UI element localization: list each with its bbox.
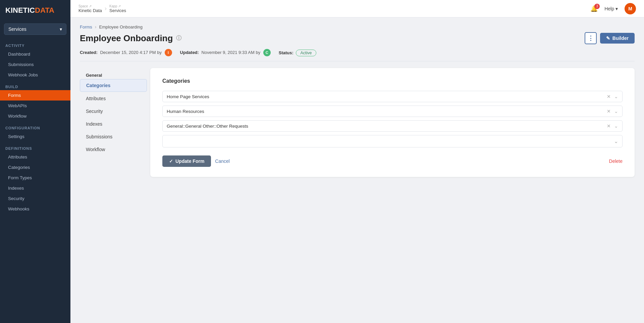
update-form-button[interactable]: ✓ Update Form [162, 155, 211, 167]
category-2-actions: ✕ ⌄ [607, 109, 618, 114]
more-options-icon: ⋮ [588, 35, 594, 42]
topbar-kapp: Kapp ↗ Services [109, 4, 126, 13]
page-content: Forms › Employee Onboarding Employee Onb… [70, 17, 644, 323]
category-row-1: Home Page Services ✕ ⌄ [162, 91, 623, 102]
sidebar-item-indexes[interactable]: Indexes [0, 183, 70, 193]
topbar-nav: Space ↗ Kinetic Data › Kapp ↗ Services [78, 4, 126, 13]
sidebar-item-workflow[interactable]: Workflow [0, 111, 70, 121]
sidebar-section-activity: Activity [0, 39, 70, 49]
help-label: Help [604, 6, 614, 11]
notifications-button[interactable]: 🔔 3 [590, 5, 598, 12]
sidebar-item-forms[interactable]: Forms [0, 90, 70, 101]
topbar: Space ↗ Kinetic Data › Kapp ↗ Services 🔔… [70, 0, 644, 17]
topbar-space: Space ↗ Kinetic Data [78, 4, 102, 13]
sidebar-item-security[interactable]: Security [0, 193, 70, 204]
sidebar-item-webhook-jobs[interactable]: Webhook Jobs [0, 70, 70, 80]
help-button[interactable]: Help ▾ [604, 6, 618, 11]
page-title-actions: ⋮ ✎ Builder [585, 32, 635, 44]
kapp-selector-label: Services [8, 26, 26, 32]
category-value-3: General::General Other::Other Requests [167, 124, 607, 129]
category-value-1: Home Page Services [167, 94, 607, 99]
form-sidebar: General Categories Attributes Security I… [80, 68, 147, 177]
sidebar-item-dashboard[interactable]: Dashboard [0, 49, 70, 59]
status-badge: Active [296, 50, 316, 56]
sidebar-item-webhooks[interactable]: Webhooks [0, 204, 70, 214]
form-actions-left: ✓ Update Form Cancel [162, 155, 230, 167]
info-icon[interactable]: ⓘ [176, 35, 181, 42]
form-sidebar-item-attributes[interactable]: Attributes [80, 92, 147, 105]
breadcrumb-current: Employee Onboarding [99, 24, 143, 29]
created-label: Created: December 15, 2020 4:17 PM by I [80, 49, 172, 56]
sidebar-section-definitions: Definitions [0, 142, 70, 152]
form-sidebar-item-categories[interactable]: Categories [80, 79, 147, 92]
sidebar-section-configuration: Configuration [0, 121, 70, 131]
form-sidebar-item-indexes[interactable]: Indexes [80, 118, 147, 130]
topbar-kapp-label: Kapp ↗ [109, 4, 126, 8]
category-3-chevron-icon[interactable]: ⌄ [614, 123, 618, 129]
breadcrumb: Forms › Employee Onboarding [80, 24, 635, 29]
category-3-clear-icon[interactable]: ✕ [607, 123, 611, 129]
page-title-row: Employee Onboarding ⓘ ⋮ ✎ Builder [80, 32, 635, 44]
logo: KINETICDATA [0, 0, 70, 21]
user-avatar[interactable]: M [625, 3, 636, 14]
created-value: December 15, 2020 4:17 PM by [100, 50, 162, 55]
main-area: Space ↗ Kinetic Data › Kapp ↗ Services 🔔… [70, 0, 644, 323]
notifications-badge: 3 [594, 4, 600, 9]
topbar-space-value[interactable]: Kinetic Data [78, 8, 102, 13]
form-sidebar-section-general: General [80, 69, 147, 79]
page-title: Employee Onboarding ⓘ [80, 33, 181, 44]
category-1-chevron-icon[interactable]: ⌄ [614, 94, 618, 99]
update-check-icon: ✓ [169, 158, 173, 164]
breadcrumb-sep: › [95, 24, 97, 29]
topbar-right: 🔔 3 Help ▾ M [590, 3, 636, 14]
builder-label: Builder [612, 36, 629, 41]
category-2-chevron-icon[interactable]: ⌄ [614, 109, 618, 114]
topbar-space-label: Space ↗ [78, 4, 102, 8]
user-initial: M [628, 6, 632, 11]
more-options-button[interactable]: ⋮ [585, 32, 597, 44]
delete-button[interactable]: Delete [609, 158, 623, 164]
updated-avatar: C [263, 49, 271, 56]
panel-title: Categories [162, 78, 623, 84]
category-row-2: Human Resources ✕ ⌄ [162, 106, 623, 117]
topbar-sep: › [105, 5, 107, 12]
meta-row: Created: December 15, 2020 4:17 PM by I … [80, 49, 635, 61]
help-chevron-icon: ▾ [615, 6, 618, 11]
form-sidebar-item-security[interactable]: Security [80, 105, 147, 117]
status-section: Status: Active [279, 50, 316, 55]
logo-data: DATA [35, 6, 54, 14]
sidebar-item-categories[interactable]: Categories [0, 162, 70, 173]
category-2-clear-icon[interactable]: ✕ [607, 109, 611, 114]
category-value-2: Human Resources [167, 109, 607, 114]
sidebar-item-settings[interactable]: Settings [0, 131, 70, 142]
updated-label: Updated: November 9, 2021 9:33 AM by C [180, 49, 271, 56]
form-layout: General Categories Attributes Security I… [80, 68, 635, 177]
category-1-actions: ✕ ⌄ [607, 94, 618, 99]
kapp-selector[interactable]: Services ▾ [4, 23, 66, 35]
topbar-kapp-value[interactable]: Services [109, 8, 126, 13]
created-avatar: I [165, 49, 172, 56]
form-panel: Categories Home Page Services ✕ ⌄ Human … [150, 68, 635, 177]
logo-kinetic: KINETIC [5, 6, 35, 14]
category-1-clear-icon[interactable]: ✕ [607, 94, 611, 99]
kapp-selector-chevron: ▾ [60, 26, 62, 32]
update-form-label: Update Form [175, 158, 204, 164]
breadcrumb-forms-link[interactable]: Forms [80, 24, 92, 29]
sidebar-item-attributes[interactable]: Attributes [0, 152, 70, 162]
cancel-button[interactable]: Cancel [215, 158, 230, 164]
category-empty-chevron-icon[interactable]: ⌄ [614, 138, 618, 144]
page-title-text: Employee Onboarding [80, 33, 173, 44]
sidebar-item-webapis[interactable]: WebAPIs [0, 101, 70, 111]
form-sidebar-item-submissions[interactable]: Submissions [80, 131, 147, 143]
updated-value: November 9, 2021 9:33 AM by [202, 50, 261, 55]
category-3-actions: ✕ ⌄ [607, 123, 618, 129]
builder-button[interactable]: ✎ Builder [600, 33, 635, 44]
sidebar-section-build: Build [0, 80, 70, 90]
sidebar-item-submissions[interactable]: Submissions [0, 59, 70, 70]
sidebar: KINETICDATA Services ▾ Activity Dashboar… [0, 0, 70, 323]
builder-icon: ✎ [606, 36, 610, 41]
form-actions: ✓ Update Form Cancel Delete [162, 155, 623, 167]
category-empty-row[interactable]: ⌄ [162, 135, 623, 147]
form-sidebar-item-workflow[interactable]: Workflow [80, 143, 147, 155]
sidebar-item-form-types[interactable]: Form Types [0, 173, 70, 183]
